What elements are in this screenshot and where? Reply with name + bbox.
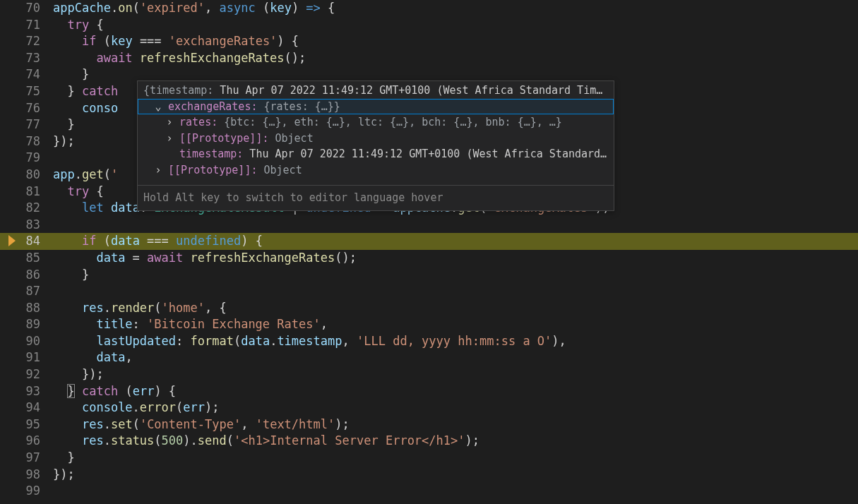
line-number: 93 (0, 383, 53, 400)
debug-hover-row-rates[interactable]: › rates: {btc: {…}, eth: {…}, ltc: {…}, … (138, 114, 614, 131)
debug-hover-row-timestamp: timestamp: Thu Apr 07 2022 11:49:12 GMT+… (138, 146, 614, 162)
debug-hover-row-prototype[interactable]: › [[Prototype]]: Object (138, 131, 614, 147)
code-content: await refreshExchangeRates(); (53, 50, 858, 67)
code-line[interactable]: 86 } (0, 267, 858, 284)
line-number: 72 (0, 33, 53, 50)
code-line[interactable]: 88 res.render('home', { (0, 300, 858, 317)
code-content: } (53, 450, 858, 467)
code-line-current[interactable]: 84 if (data === undefined) { (0, 233, 858, 250)
line-number: 95 (0, 416, 53, 433)
line-number: 79 (0, 150, 53, 167)
code-line[interactable]: 72 if (key === 'exchangeRates') { (0, 33, 858, 50)
line-number: 98 (0, 467, 53, 484)
line-number: 78 (0, 133, 53, 150)
line-number: 94 (0, 400, 53, 416)
code-line[interactable]: 98 }); (0, 467, 858, 484)
code-content: title: 'Bitcoin Exchange Rates', (53, 316, 858, 333)
line-number: 92 (0, 366, 53, 383)
line-number: 90 (0, 333, 53, 350)
code-content (53, 483, 858, 500)
debug-hover-row-prototype[interactable]: › [[Prototype]]: Object (138, 162, 614, 179)
line-number: 91 (0, 349, 53, 366)
line-number: 76 (0, 100, 53, 117)
code-content: res.set('Content-Type', 'text/html'); (53, 416, 858, 433)
code-content: res.status(500).send('<h1>Internal Serve… (53, 433, 858, 450)
code-content: appCache.on('expired', async (key) => { (53, 0, 858, 17)
line-number: 99 (0, 483, 53, 500)
line-number: 87 (0, 283, 53, 300)
line-number: 77 (0, 116, 53, 133)
code-line[interactable]: 99 (0, 483, 858, 500)
code-content: if (key === 'exchangeRates') { (53, 33, 858, 50)
line-number: 89 (0, 316, 53, 333)
line-number: 71 (0, 17, 53, 34)
code-line[interactable]: 93 } catch (err) { (0, 383, 858, 400)
code-line[interactable]: 87 (0, 283, 858, 300)
code-line[interactable]: 70 appCache.on('expired', async (key) =>… (0, 0, 858, 17)
code-line[interactable]: 92 }); (0, 366, 858, 383)
line-number: 86 (0, 267, 53, 284)
code-content: res.render('home', { (53, 300, 858, 317)
code-line[interactable]: 96 res.status(500).send('<h1>Internal Se… (0, 433, 858, 450)
debug-hover-row-exchangeRates[interactable]: ⌄ exchangeRates: {rates: {…}} (138, 99, 614, 115)
code-content: } catch (err) { (53, 383, 858, 400)
line-number: 81 (0, 184, 53, 200)
code-line[interactable]: 91 data, (0, 349, 858, 366)
code-content: try { (53, 17, 858, 34)
code-line[interactable]: 94 console.error(err); (0, 400, 858, 416)
code-content: lastUpdated: format(data.timestamp, 'LLL… (53, 333, 858, 350)
spacer-icon (166, 146, 173, 162)
line-number: 80 (0, 167, 53, 184)
code-editor[interactable]: 70 appCache.on('expired', async (key) =>… (0, 0, 858, 504)
line-number: 70 (0, 0, 53, 17)
line-number: 96 (0, 433, 53, 450)
code-content: console.error(err); (53, 400, 858, 416)
code-content: }); (53, 366, 858, 383)
code-line[interactable]: 83 (0, 217, 858, 234)
code-line[interactable]: 95 res.set('Content-Type', 'text/html'); (0, 416, 858, 433)
chevron-right-icon[interactable]: › (166, 131, 173, 147)
line-number: 75 (0, 83, 53, 100)
line-number: 73 (0, 50, 53, 67)
chevron-right-icon[interactable]: › (166, 114, 173, 131)
code-line[interactable]: 71 try { (0, 17, 858, 34)
line-number: 88 (0, 300, 53, 317)
code-content (53, 217, 858, 234)
code-content: data, (53, 349, 858, 366)
code-line[interactable]: 89 title: 'Bitcoin Exchange Rates', (0, 316, 858, 333)
debug-hover-popup[interactable]: {timestamp: Thu Apr 07 2022 11:49:12 GMT… (137, 80, 614, 211)
line-number: 82 (0, 200, 53, 217)
chevron-down-icon[interactable]: ⌄ (155, 99, 162, 115)
line-number: 97 (0, 450, 53, 467)
line-number: 83 (0, 217, 53, 234)
editor-lines: 70 appCache.on('expired', async (key) =>… (0, 0, 858, 500)
code-line[interactable]: 90 lastUpdated: format(data.timestamp, '… (0, 333, 858, 350)
line-number: 74 (0, 66, 53, 83)
chevron-right-icon[interactable]: › (155, 162, 162, 179)
code-line[interactable]: 97 } (0, 450, 858, 467)
debug-hover-summary: {timestamp: Thu Apr 07 2022 11:49:12 GMT… (138, 83, 614, 99)
code-line[interactable]: 73 await refreshExchangeRates(); (0, 50, 858, 67)
breakpoint-icon[interactable] (8, 235, 16, 246)
line-number: 85 (0, 250, 53, 267)
debug-hover-hint: Hold Alt key to switch to editor languag… (138, 185, 614, 208)
code-content: if (data === undefined) { (53, 233, 858, 250)
code-content: } (53, 267, 858, 284)
code-line[interactable]: 85 data = await refreshExchangeRates(); (0, 250, 858, 267)
code-content: data = await refreshExchangeRates(); (53, 250, 858, 267)
code-content: }); (53, 467, 858, 484)
code-content (53, 283, 858, 300)
